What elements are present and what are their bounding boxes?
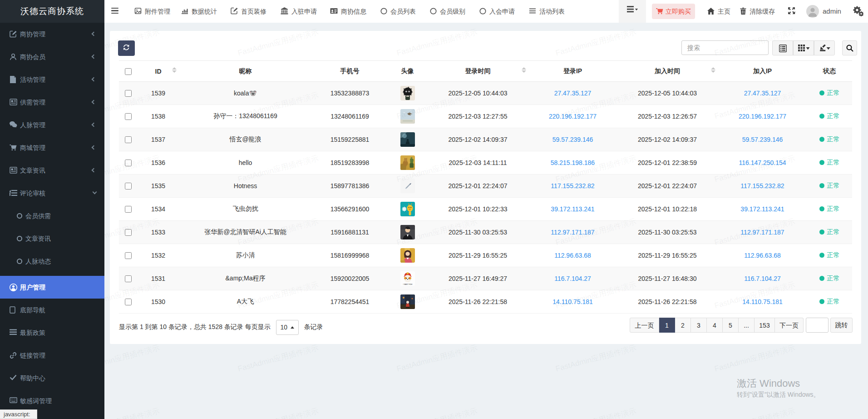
svg-text:I WANT FISH: I WANT FISH bbox=[403, 284, 412, 285]
